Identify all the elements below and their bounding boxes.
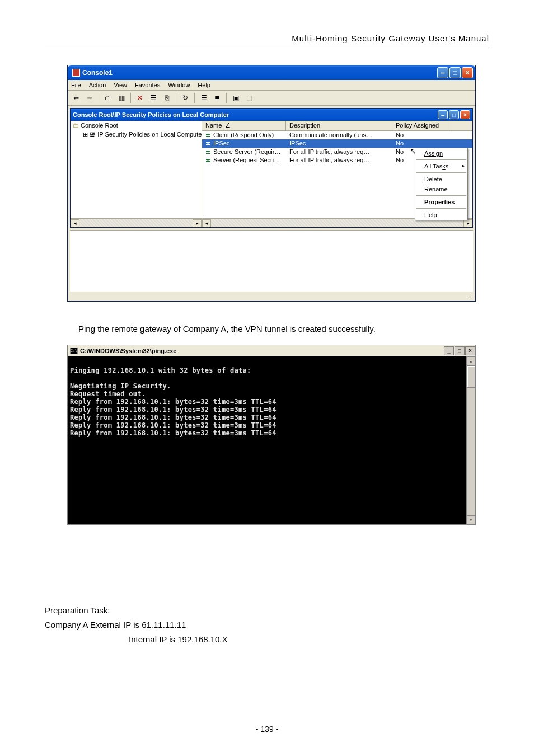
cmd-output[interactable]: Pinging 192.168.10.1 with 32 bytes of da… [68,356,466,524]
cmd-icon: C:\ [70,348,78,354]
maximize-button[interactable]: □ [449,67,461,78]
col-assigned[interactable]: Policy Assigned [392,121,448,130]
ctx-rename[interactable]: Rename [415,184,467,194]
menubar: File Action View Favorites Window Help [68,80,475,91]
menu-window[interactable]: Window [168,82,190,88]
console1-titlebar[interactable]: Console1 ‒ □ × [68,65,475,80]
cell-name: Secure Server (Requir… [202,148,286,156]
menu-action[interactable]: Action [89,82,106,88]
cell-name: Server (Request Secu… [202,156,286,165]
tree-child[interactable]: ⊞ 🖳 IP Security Policies on Local Comput… [71,130,202,139]
policy2-button[interactable]: ▢ [243,92,255,104]
folder-icon: 🗀 [73,122,79,129]
prep-line1: Company A External IP is 61.11.11.11 [45,618,489,632]
export-button[interactable]: ⎘ [161,92,173,104]
tree-scroll-track[interactable] [79,219,193,227]
menu-file[interactable]: File [71,82,81,88]
col-name[interactable]: Name ∠ [202,121,286,130]
menu-view[interactable]: View [114,82,127,88]
close-button[interactable]: × [462,67,473,78]
cmd-scrollbar[interactable]: ▴ ▾ [466,356,475,524]
page-number: - 139 - [0,725,534,734]
console1-title-text: Console1 [82,69,113,77]
properties-button[interactable]: ☰ [147,92,160,104]
menu-help[interactable]: Help [198,82,210,88]
ctx-all-tasks[interactable]: All Tasks [415,161,467,171]
show-hide-button[interactable]: ▥ [115,92,128,104]
toolbar: ⇐ ⇒ 🗀 ▥ ✕ ☰ ⎘ ↻ ☰ ≣ ▣ ▢ [68,91,475,106]
table-row[interactable]: IPSecIPSecNo [202,139,472,148]
inner-window: Console Root\IP Security Policies on Loc… [70,108,473,228]
tree-scroll-left[interactable]: ◂ [71,219,79,227]
cmd-scroll-up[interactable]: ▴ [467,356,475,365]
cmd-title-text: C:\WINDOWS\System32\ping.exe [80,348,443,354]
cell-assigned: No [392,131,448,139]
table-row[interactable]: Client (Respond Only)Communicate normall… [202,131,472,139]
svg-rect-14 [206,161,208,162]
document-header: Multi-Homing Security Gateway User's Man… [45,34,489,48]
up-button[interactable]: 🗀 [102,92,114,104]
blank-area [70,230,473,292]
svg-rect-11 [208,153,210,154]
refresh-button[interactable]: ↻ [179,92,191,104]
cmd-titlebar[interactable]: C:\ C:\WINDOWS\System32\ping.exe _ □ × [68,345,475,356]
preparation-section: Preparation Task: Company A External IP … [45,603,489,647]
cell-desc: For all IP traffic, always req… [286,156,392,165]
cell-assigned: No [392,139,448,148]
svg-rect-7 [208,144,210,145]
policy-button[interactable]: ▣ [229,92,242,104]
svg-rect-15 [208,161,210,162]
tree-pane[interactable]: 🗀 Console Root ⊞ 🖳 IP Security Policies … [71,121,202,227]
cmd-scroll-thumb[interactable] [467,365,475,388]
minimize-button[interactable]: ‒ [437,67,448,78]
svg-rect-10 [206,153,208,154]
ctx-help[interactable]: Help [415,210,467,220]
svg-rect-3 [208,136,210,137]
col-description[interactable]: Description [286,121,392,130]
svg-rect-2 [206,136,208,137]
tree-root-label: Console Root [81,122,118,129]
cmd-close-button[interactable]: × [465,346,475,355]
cmd-maximize-button[interactable]: □ [455,346,465,355]
context-menu: Assign All Tasks Delete Rename Propertie… [415,148,468,220]
cell-desc: For all IP traffic, always req… [286,148,392,156]
list-scroll-left[interactable]: ◂ [202,219,211,227]
ctx-assign[interactable]: Assign [415,148,467,158]
resize-grip[interactable]: ⋰ [68,294,475,301]
tree-scroll-right[interactable]: ▸ [193,219,202,227]
console1-window: Console1 ‒ □ × File Action View Favorite… [67,65,476,302]
paragraph-ping: Ping the remote gateway of Company A, th… [78,324,489,334]
svg-rect-6 [206,144,208,145]
cmd-scroll-down[interactable]: ▾ [467,515,475,524]
cell-name: IPSec [202,139,286,148]
prep-title: Preparation Task: [45,603,489,618]
list-header: Name ∠ Description Policy Assigned [202,121,472,131]
delete-button[interactable]: ✕ [134,92,146,104]
policy-icon [205,132,212,139]
back-button[interactable]: ⇐ [70,92,82,104]
cursor-icon: ↖ [410,147,416,156]
cell-desc: IPSec [286,139,392,148]
cmd-minimize-button[interactable]: _ [444,346,454,355]
inner-minimize-button[interactable]: ‒ [438,110,448,119]
list-button[interactable]: ☰ [198,92,210,104]
cmd-scroll-track[interactable] [467,388,475,515]
ipsec-snapin-icon: 🖳 [90,131,96,138]
ctx-delete[interactable]: Delete [415,174,467,184]
cell-desc: Communicate normally (uns… [286,131,392,139]
forward-button[interactable]: ⇒ [83,92,96,104]
mmc-icon [72,69,80,77]
ctx-properties[interactable]: Properties [415,197,467,207]
inner-close-button[interactable]: × [460,110,470,119]
prep-line2: Internal IP is 192.168.10.X [129,632,489,647]
policy-icon [205,140,212,147]
list2-button[interactable]: ≣ [211,92,223,104]
inner-maximize-button[interactable]: □ [449,110,459,119]
list-pane[interactable]: Name ∠ Description Policy Assigned Clien… [202,121,472,227]
cmd-window: C:\ C:\WINDOWS\System32\ping.exe _ □ × P… [67,345,476,525]
inner-title-text: Console Root\IP Security Policies on Loc… [73,111,229,118]
menu-favorites[interactable]: Favorites [135,82,160,88]
policy-icon [205,157,212,164]
tree-root[interactable]: 🗀 Console Root [71,121,202,130]
inner-titlebar[interactable]: Console Root\IP Security Policies on Loc… [71,109,472,121]
